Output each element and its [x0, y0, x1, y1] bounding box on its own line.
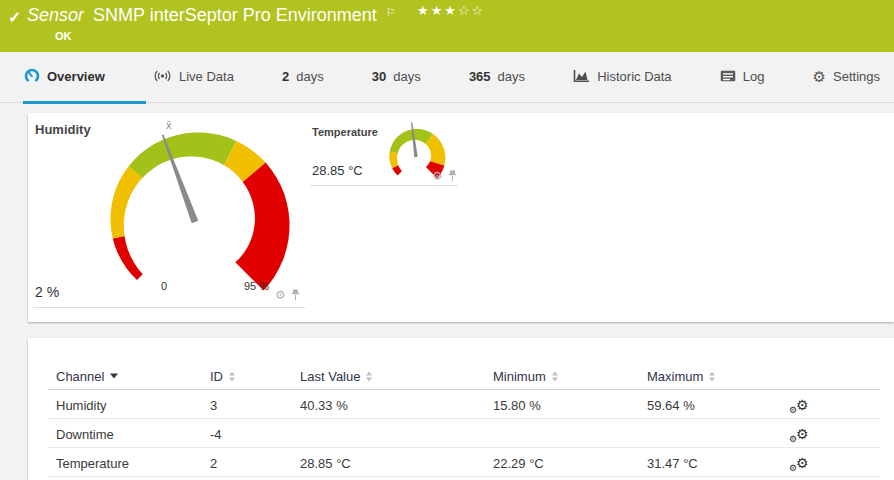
temperature-value-label: 28.85 °C: [312, 163, 363, 178]
big-gear-icon: ⚙: [796, 397, 809, 413]
flag-icon[interactable]: ⚐: [386, 6, 396, 19]
sort-toggle-icon: [366, 371, 372, 381]
sort-toggle-icon: [552, 371, 558, 381]
id-cell: -4: [210, 426, 222, 441]
tab-label: Overview: [47, 69, 105, 84]
table-body: Humidity340.33 %15.80 %59.64 %⚙⚙Downtime…: [28, 390, 894, 477]
gauges-panel: Humidity x̄ 0 95 % 2 % ⚙ Temperature 28.…: [28, 113, 894, 322]
status-badge: OK: [55, 30, 72, 42]
minimum-cell: 15.80 %: [493, 397, 541, 412]
id-cell: 3: [210, 397, 217, 412]
status-check-icon: ✓: [8, 8, 21, 27]
tab-number: 2: [282, 69, 289, 84]
live-data-icon: [153, 69, 172, 83]
settings-gear-icon: ⚙: [813, 69, 826, 84]
object-type-label: Sensor: [27, 5, 84, 26]
tab-label: Historic Data: [597, 69, 671, 84]
maximum-cell: 31.47 °C: [647, 455, 698, 470]
column-header-minimum[interactable]: Minimum: [493, 369, 558, 384]
channel-cell: Downtime: [56, 426, 114, 441]
sort-desc-icon: [110, 374, 118, 379]
edit-channel-button[interactable]: ⚙⚙: [788, 426, 809, 442]
channel-row-downtime: Downtime-4⚙⚙: [28, 419, 894, 448]
table-header-row: ChannelIDLast ValueMinimumMaximum: [28, 362, 894, 390]
channel-row-humidity: Humidity340.33 %15.80 %59.64 %⚙⚙: [28, 390, 894, 419]
maximum-cell: 59.64 %: [647, 397, 695, 412]
active-tab-underline: [23, 101, 146, 104]
column-label: Maximum: [647, 369, 703, 384]
temperature-gauge-pin-icon[interactable]: [448, 170, 457, 182]
tab-label: days: [498, 69, 525, 84]
humidity-gauge: [95, 125, 300, 310]
temperature-widget-divider: [310, 185, 458, 186]
edit-channel-button[interactable]: ⚙⚙: [788, 397, 809, 413]
column-header-last_value[interactable]: Last Value: [300, 369, 372, 384]
tab-2-days[interactable]: 2days: [282, 69, 324, 84]
channel-cell: Temperature: [56, 455, 129, 470]
last_value-cell: 40.33 %: [300, 397, 348, 412]
temperature-gauge-title: Temperature: [312, 126, 378, 138]
tab-number: 30: [372, 69, 386, 84]
tab-settings[interactable]: ⚙Settings: [813, 69, 880, 84]
column-header-id[interactable]: ID: [210, 369, 235, 384]
sort-toggle-icon: [229, 371, 235, 381]
gauge-icon: [24, 68, 40, 84]
tab-historic-data[interactable]: Historic Data: [573, 69, 671, 84]
humidity-gauge-title: Humidity: [35, 122, 91, 137]
edit-channel-button[interactable]: ⚙⚙: [788, 455, 809, 471]
tab-bar: OverviewLive Data2days30days365daysHisto…: [0, 52, 894, 103]
tab-365-days[interactable]: 365days: [469, 69, 525, 84]
tab-label: Log: [743, 69, 765, 84]
temperature-widget-icons: ⚙: [432, 170, 457, 182]
sort-toggle-icon: [709, 371, 715, 381]
tab-label: days: [296, 69, 323, 84]
priority-stars[interactable]: ★★★☆☆: [417, 3, 485, 18]
column-label: Minimum: [493, 369, 546, 384]
humidity-widget-icons: ⚙: [275, 289, 300, 301]
column-label: ID: [210, 369, 223, 384]
humidity-value-label: 2 %: [35, 284, 59, 300]
column-label: Last Value: [300, 369, 360, 384]
humidity-scale-max-label: 95 %: [244, 280, 269, 292]
small-gear-icon: ⚙: [789, 405, 797, 415]
sensor-title-row: Sensor SNMP interSeptor Pro Environment …: [27, 5, 396, 26]
channel-cell: Humidity: [56, 397, 107, 412]
last_value-cell: 28.85 °C: [300, 455, 351, 470]
small-gear-icon: ⚙: [789, 434, 797, 444]
channels-table-panel: ChannelIDLast ValueMinimumMaximum Humidi…: [28, 338, 894, 480]
tab-30-days[interactable]: 30days: [372, 69, 421, 84]
tab-label: Settings: [833, 69, 880, 84]
tab-number: 365: [469, 69, 491, 84]
small-gear-icon: ⚙: [789, 463, 797, 473]
prtg-sensor-overview-page: ✓ Sensor SNMP interSeptor Pro Environmen…: [0, 0, 894, 480]
historic-data-icon: [573, 69, 590, 83]
humidity-gauge-pin-icon[interactable]: [291, 289, 300, 301]
temperature-gauge-settings-icon[interactable]: ⚙: [432, 170, 443, 182]
minimum-cell: 22.29 °C: [493, 455, 544, 470]
tab-list: OverviewLive Data2days30days365daysHisto…: [0, 52, 894, 100]
column-header-maximum[interactable]: Maximum: [647, 369, 715, 384]
humidity-widget-divider: [33, 307, 305, 308]
sensor-status-banner: ✓ Sensor SNMP interSeptor Pro Environmen…: [0, 0, 894, 52]
tab-overview[interactable]: Overview: [24, 68, 105, 84]
log-icon: [720, 70, 736, 82]
channel-row-temperature: Temperature228.85 °C22.29 °C31.47 °C⚙⚙: [28, 448, 894, 477]
humidity-gauge-settings-icon[interactable]: ⚙: [275, 289, 286, 301]
tab-label: days: [393, 69, 420, 84]
column-label: Channel: [56, 369, 104, 384]
big-gear-icon: ⚙: [796, 455, 809, 471]
humidity-average-marker: x̄: [166, 119, 172, 131]
big-gear-icon: ⚙: [796, 426, 809, 442]
tab-live-data[interactable]: Live Data: [153, 69, 234, 84]
tab-log[interactable]: Log: [720, 69, 765, 84]
tab-label: Live Data: [179, 69, 234, 84]
sensor-title: SNMP interSeptor Pro Environment: [93, 5, 377, 26]
id-cell: 2: [210, 455, 217, 470]
column-header-channel[interactable]: Channel: [56, 369, 118, 384]
humidity-scale-min-label: 0: [161, 280, 167, 292]
